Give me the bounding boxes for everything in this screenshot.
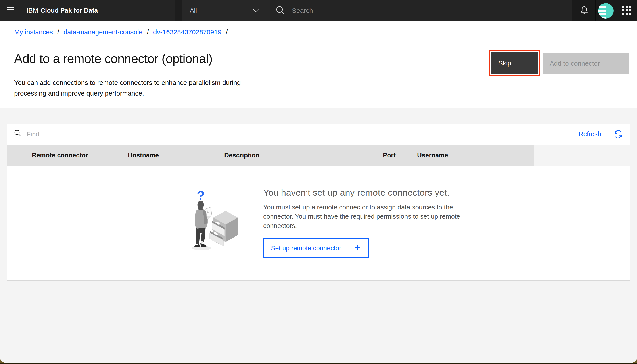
find-search-icon — [14, 130, 22, 137]
header-divider — [595, 0, 596, 21]
empty-state-illustration: ? — [188, 188, 261, 256]
desktop-edge — [0, 363, 637, 364]
breadcrumb-separator: / — [57, 28, 59, 36]
global-search — [271, 0, 572, 21]
breadcrumb-my-instances[interactable]: My instances — [14, 28, 53, 36]
brand-name: Cloud Pak for Data — [40, 7, 98, 14]
add-to-connector-button[interactable]: Add to connector — [542, 53, 630, 74]
refresh-icon[interactable] — [614, 130, 623, 139]
avatar[interactable] — [598, 3, 614, 18]
header-actions — [572, 0, 637, 21]
search-scope-dropdown[interactable]: All — [182, 0, 270, 21]
page-description: You can add connections to remote connec… — [14, 78, 273, 99]
breadcrumb-separator: / — [226, 28, 228, 36]
breadcrumb-instance-id[interactable]: dv-1632843702870919 — [153, 28, 222, 36]
table-header-row: Remote connector Hostname Description Po… — [7, 145, 534, 166]
chevron-down-icon — [253, 9, 259, 13]
page-content: Refresh Remote connector Hostname Descri… — [0, 108, 637, 363]
search-icon — [276, 6, 286, 16]
hamburger-icon[interactable] — [7, 6, 16, 15]
header-section-divider — [175, 0, 182, 21]
set-up-remote-connector-label: Set up remote connector — [271, 244, 341, 252]
empty-state-body: You must set up a remote connector to as… — [263, 202, 470, 230]
search-scope-value: All — [190, 7, 197, 14]
column-username: Username — [417, 152, 448, 159]
set-up-remote-connector-button[interactable]: Set up remote connector + — [263, 238, 369, 258]
refresh-link[interactable]: Refresh — [572, 130, 601, 138]
column-remote-connector: Remote connector — [32, 152, 88, 159]
column-port: Port — [383, 152, 396, 159]
brand-prefix: IBM — [26, 7, 38, 14]
app-switcher-icon[interactable] — [622, 6, 632, 15]
skip-button[interactable]: Skip — [491, 52, 538, 74]
browser-window: IBM Cloud Pak for Data All — [0, 0, 637, 363]
svg-text:?: ? — [197, 188, 204, 202]
remote-connectors-panel: Refresh Remote connector Hostname Descri… — [7, 124, 630, 281]
breadcrumb: My instances / data-management-console /… — [0, 21, 637, 43]
plus-icon: + — [354, 242, 360, 253]
page-title: Add to a remote connector (optional) — [14, 51, 212, 66]
column-hostname: Hostname — [128, 152, 159, 159]
page-header: Add to a remote connector (optional) You… — [0, 43, 637, 108]
column-description: Description — [224, 152, 260, 159]
breadcrumb-separator: / — [147, 28, 149, 36]
table-header-spacer — [534, 145, 630, 166]
find-input[interactable] — [26, 126, 181, 142]
annotation-highlight-box: Skip — [488, 50, 540, 76]
breadcrumb-dmc[interactable]: data-management-console — [64, 28, 142, 36]
app-title: IBM Cloud Pak for Data — [26, 0, 98, 21]
search-input[interactable] — [292, 7, 535, 14]
app-header: IBM Cloud Pak for Data All — [0, 0, 637, 21]
bell-icon[interactable] — [580, 6, 589, 15]
empty-state-title: You haven’t set up any remote connectors… — [263, 188, 450, 198]
